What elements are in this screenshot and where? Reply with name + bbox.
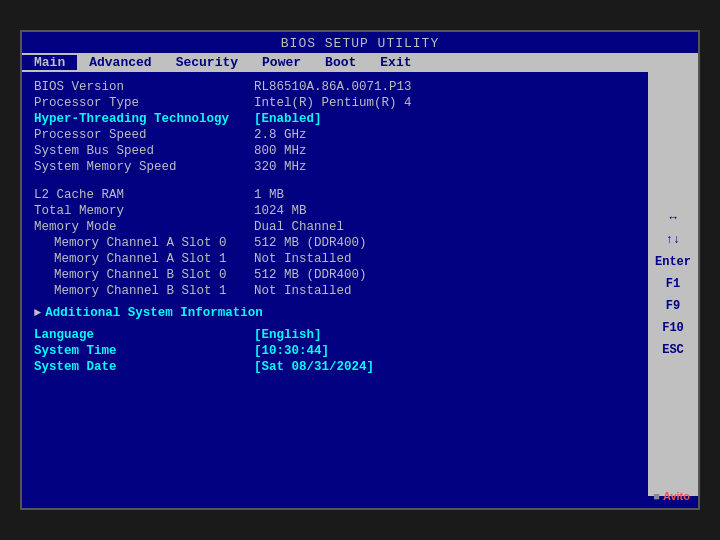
label-mem-b-slot0: Memory Channel B Slot 0 <box>34 268 254 282</box>
value-system-memory-speed: 320 MHz <box>254 160 307 174</box>
key-ud: ↑↓ <box>662 230 684 250</box>
row-system-bus-speed: System Bus Speed 800 MHz <box>34 144 636 158</box>
value-mem-b-slot0: 512 MB (DDR400) <box>254 268 367 282</box>
label-system-time: System Time <box>34 344 254 358</box>
menu-item-power[interactable]: Power <box>250 55 313 70</box>
additional-system-info-row[interactable]: ► Additional System Information <box>34 306 636 320</box>
label-mem-b-slot1: Memory Channel B Slot 1 <box>34 284 254 298</box>
value-memory-mode: Dual Channel <box>254 220 344 234</box>
label-mem-a-slot1: Memory Channel A Slot 1 <box>34 252 254 266</box>
value-system-date: [Sat 08/31/2024] <box>254 360 374 374</box>
row-hyper-threading: Hyper-Threading Technology [Enabled] <box>34 112 636 126</box>
key-f1: F1 <box>662 274 684 294</box>
left-panel: BIOS Version RL86510A.86A.0071.P13 Proce… <box>22 72 648 496</box>
value-processor-type: Intel(R) Pentium(R) 4 <box>254 96 412 110</box>
label-system-bus-speed: System Bus Speed <box>34 144 254 158</box>
row-mem-a-slot0: Memory Channel A Slot 0 512 MB (DDR400) <box>34 236 636 250</box>
menu-item-security[interactable]: Security <box>164 55 250 70</box>
main-content: BIOS Version RL86510A.86A.0071.P13 Proce… <box>22 72 698 496</box>
label-processor-speed: Processor Speed <box>34 128 254 142</box>
label-system-date: System Date <box>34 360 254 374</box>
value-l2-cache: 1 MB <box>254 188 284 202</box>
row-system-date[interactable]: System Date [Sat 08/31/2024] <box>34 360 636 374</box>
value-processor-speed: 2.8 GHz <box>254 128 307 142</box>
row-bios-version: BIOS Version RL86510A.86A.0071.P13 <box>34 80 636 94</box>
watermark: ■ Avito <box>653 490 690 502</box>
right-panel: ↔ ↑↓ Enter F1 F9 F10 ESC <box>648 72 698 496</box>
key-esc: ESC <box>658 340 688 360</box>
key-enter: Enter <box>651 252 695 272</box>
value-bios-version: RL86510A.86A.0071.P13 <box>254 80 412 94</box>
label-processor-type: Processor Type <box>34 96 254 110</box>
key-f9: F9 <box>662 296 684 316</box>
watermark-text: Avito <box>663 490 690 502</box>
value-mem-b-slot1: Not Installed <box>254 284 352 298</box>
row-language[interactable]: Language [English] <box>34 328 636 342</box>
label-bios-version: BIOS Version <box>34 80 254 94</box>
row-total-memory: Total Memory 1024 MB <box>34 204 636 218</box>
menu-bar[interactable]: Main Advanced Security Power Boot Exit <box>22 53 698 72</box>
value-mem-a-slot1: Not Installed <box>254 252 352 266</box>
row-memory-mode: Memory Mode Dual Channel <box>34 220 636 234</box>
value-mem-a-slot0: 512 MB (DDR400) <box>254 236 367 250</box>
row-processor-speed: Processor Speed 2.8 GHz <box>34 128 636 142</box>
row-mem-a-slot1: Memory Channel A Slot 1 Not Installed <box>34 252 636 266</box>
value-total-memory: 1024 MB <box>254 204 307 218</box>
label-memory-mode: Memory Mode <box>34 220 254 234</box>
additional-system-info-label: Additional System Information <box>45 306 263 320</box>
label-hyper-threading: Hyper-Threading Technology <box>34 112 254 126</box>
menu-item-boot[interactable]: Boot <box>313 55 368 70</box>
value-language: [English] <box>254 328 322 342</box>
label-mem-a-slot0: Memory Channel A Slot 0 <box>34 236 254 250</box>
label-total-memory: Total Memory <box>34 204 254 218</box>
key-lr: ↔ <box>665 208 680 228</box>
row-processor-type: Processor Type Intel(R) Pentium(R) 4 <box>34 96 636 110</box>
title-bar: BIOS SETUP UTILITY <box>22 32 698 53</box>
bios-screen: BIOS SETUP UTILITY Main Advanced Securit… <box>20 30 700 510</box>
menu-item-exit[interactable]: Exit <box>368 55 423 70</box>
label-system-memory-speed: System Memory Speed <box>34 160 254 174</box>
value-system-time: [10:30:44] <box>254 344 329 358</box>
row-mem-b-slot0: Memory Channel B Slot 0 512 MB (DDR400) <box>34 268 636 282</box>
label-l2-cache: L2 Cache RAM <box>34 188 254 202</box>
bios-title: BIOS SETUP UTILITY <box>281 36 439 51</box>
arrow-right-icon: ► <box>34 306 41 320</box>
row-system-memory-speed: System Memory Speed 320 MHz <box>34 160 636 174</box>
value-hyper-threading: [Enabled] <box>254 112 322 126</box>
menu-item-advanced[interactable]: Advanced <box>77 55 163 70</box>
row-mem-b-slot1: Memory Channel B Slot 1 Not Installed <box>34 284 636 298</box>
row-system-time[interactable]: System Time [10:30:44] <box>34 344 636 358</box>
value-system-bus-speed: 800 MHz <box>254 144 307 158</box>
menu-item-main[interactable]: Main <box>22 55 77 70</box>
row-l2-cache: L2 Cache RAM 1 MB <box>34 188 636 202</box>
key-f10: F10 <box>658 318 688 338</box>
label-language: Language <box>34 328 254 342</box>
